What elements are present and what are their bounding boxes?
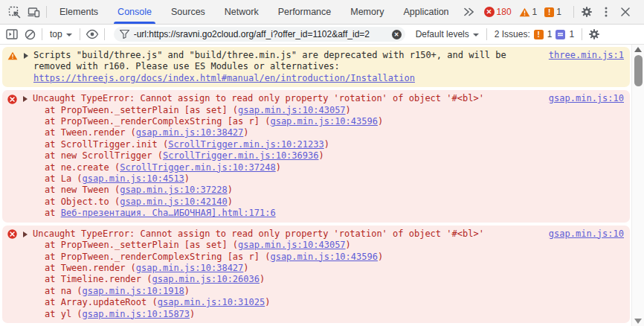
divider: [80, 28, 80, 40]
stack-frame: at Array.updateRoot (gsap.min.js:10:3102…: [33, 297, 535, 308]
stack-frame-link[interactable]: gsap.min.js:10:38427: [136, 127, 244, 138]
stack-frame: at new Tween (gsap.min.js:10:37228): [33, 185, 535, 196]
stack-frame: at Tween.render (gsap.min.js:10:38427): [33, 127, 535, 138]
expand-triangle-icon[interactable]: [23, 231, 28, 237]
tab-application[interactable]: Application: [393, 0, 458, 24]
clear-filter-icon[interactable]: ✕: [392, 30, 402, 39]
warning-icon: [7, 51, 18, 60]
console-settings-gear-icon[interactable]: [585, 25, 603, 43]
stack-frame-link[interactable]: gsap.min.js:10:4513: [83, 173, 184, 184]
stack-frame-link[interactable]: Веб-презентация. Cha…ИБОЧНАЯ].html:171:6: [61, 208, 276, 218]
console-body: Scripts "build/three.js" and "build/thre…: [0, 45, 644, 326]
tab-console[interactable]: Console: [108, 0, 161, 24]
console-scrollbar[interactable]: [631, 45, 644, 326]
source-link[interactable]: gsap.min.js:10: [549, 228, 624, 240]
error-icon: [7, 95, 17, 104]
console-filter-field[interactable]: ✕: [114, 27, 405, 42]
stack-frame-link[interactable]: ScrollTrigger.min.js:10:21233: [168, 139, 324, 150]
stack-frame-link[interactable]: gsap.min.js:10:42140: [120, 196, 228, 207]
error-icon: ✕: [484, 7, 495, 17]
error-message-text: Uncaught TypeError: Cannot assign to rea…: [33, 93, 535, 104]
expand-triangle-icon[interactable]: [24, 53, 28, 59]
stack-frame-link[interactable]: gsap.min.js:10:43596: [270, 116, 378, 127]
stack-frame: at ScrollTrigger.init (ScrollTrigger.min…: [33, 139, 535, 150]
console-toolbar: top ✕ Default levels 2 Issues: ! 1: [0, 25, 644, 45]
stack-frame: at PropTween._renderComplexString [as r]…: [33, 252, 535, 263]
source-link[interactable]: three.min.js:1: [549, 50, 624, 61]
divider: [573, 6, 574, 18]
divider: [46, 6, 47, 18]
expand-triangle-icon[interactable]: [23, 96, 28, 102]
issue-icon: !: [534, 30, 544, 39]
console-error-message: Uncaught TypeError: Cannot assign to rea…: [2, 226, 630, 323]
stack-frame: at La (gsap.min.js:10:4513): [33, 173, 535, 185]
error-message-text: Uncaught TypeError: Cannot assign to rea…: [33, 228, 535, 240]
error-count-badge[interactable]: ✕ 180: [484, 7, 512, 17]
tab-memory[interactable]: Memory: [341, 0, 393, 24]
device-toolbar-icon[interactable]: [24, 2, 43, 22]
console-error-message: Uncaught TypeError: Cannot assign to rea…: [2, 90, 630, 222]
close-icon[interactable]: [616, 2, 635, 22]
devtools-window: Elements Console Sources Network Perform…: [0, 0, 644, 326]
filter-funnel-icon: [120, 30, 129, 39]
warning-count-badge[interactable]: 1: [519, 7, 538, 17]
live-expression-eye-icon[interactable]: [83, 25, 101, 43]
status-counts: ✕ 180 1 ! 1: [484, 7, 566, 17]
stack-frame-link[interactable]: gsap.min.js:10:43596: [270, 252, 378, 262]
error-icon: [7, 229, 17, 239]
stack-frame-link[interactable]: gsap.min.js:10:15873: [83, 309, 190, 319]
message-bubble-icon: [556, 30, 565, 39]
tab-elements[interactable]: Elements: [50, 0, 108, 24]
stack-frame: at Tween.render (gsap.min.js:10:38427): [33, 263, 535, 274]
console-messages: Scripts "build/three.js" and "build/thre…: [0, 45, 631, 326]
stack-frame-link[interactable]: gsap.min.js:10:37228: [120, 185, 228, 195]
stack-frame: at Timeline.render (gsap.min.js:10:26036…: [33, 274, 535, 285]
divider: [486, 28, 487, 40]
scroll-down-icon[interactable]: [634, 319, 642, 324]
kebab-menu-icon[interactable]: [596, 2, 616, 22]
panel-tabs: Elements Console Sources Network Perform…: [50, 0, 459, 24]
stack-frame-link[interactable]: ScrollTrigger.min.js:10:37248: [120, 162, 276, 173]
console-sidebar-toggle-icon[interactable]: [3, 25, 21, 43]
stack-frame-link[interactable]: gsap.min.js:10:43057: [238, 105, 346, 115]
execution-context-selector[interactable]: top: [45, 29, 77, 39]
stack-frame: at Object.to (gsap.min.js:10:42140): [33, 196, 535, 208]
divider: [104, 28, 105, 40]
warning-icon: [519, 7, 530, 17]
stack-frame-link[interactable]: gsap.min.js:10:26036: [152, 274, 260, 284]
tab-performance[interactable]: Performance: [268, 0, 341, 24]
stack-frame-link[interactable]: gsap.min.js:10:1918: [83, 286, 184, 296]
tab-sources[interactable]: Sources: [161, 0, 215, 24]
stack-frame-link[interactable]: ScrollTrigger.min.js:10:36936: [163, 150, 319, 161]
log-levels-selector[interactable]: Default levels: [411, 29, 483, 39]
source-link[interactable]: gsap.min.js:10: [549, 93, 624, 104]
stack-frame: at PropTween._setterPlain [as set] (gsap…: [33, 240, 535, 251]
clear-console-icon[interactable]: [21, 25, 39, 43]
issues-counter[interactable]: 2 Issues: ! 1 1: [490, 29, 579, 39]
issue-icon: !: [544, 7, 554, 17]
stack-frame: at new ScrollTrigger (ScrollTrigger.min.…: [33, 150, 535, 162]
filter-input[interactable]: [134, 29, 392, 39]
inspect-element-icon[interactable]: [4, 2, 24, 22]
divider: [42, 28, 42, 40]
tab-network[interactable]: Network: [215, 0, 268, 24]
settings-gear-icon[interactable]: [577, 2, 596, 22]
warning-text: Scripts "build/three.js" and "build/thre…: [33, 50, 535, 84]
issue-count-badge[interactable]: ! 1: [544, 7, 561, 17]
scrollbar-thumb[interactable]: [634, 55, 643, 86]
warning-doc-link[interactable]: https://threejs.org/docs/index.html#manu…: [33, 73, 415, 83]
more-tabs-icon[interactable]: [459, 2, 478, 22]
devtools-tabbar: Elements Console Sources Network Perform…: [0, 0, 644, 25]
chevron-down-icon: [473, 33, 479, 36]
console-warning-message: Scripts "build/three.js" and "build/thre…: [2, 47, 630, 87]
stack-frame: at PropTween._renderComplexString [as r]…: [33, 116, 535, 127]
stack-frame-link[interactable]: gsap.min.js:10:38427: [136, 263, 244, 273]
chevron-down-icon: [66, 33, 72, 36]
stack-frame: at PropTween._setterPlain [as set] (gsap…: [33, 105, 535, 116]
stack-frame-link[interactable]: gsap.min.js:10:31025: [158, 297, 265, 307]
scroll-up-icon[interactable]: [634, 47, 642, 52]
stack-frame: at ne.create (ScrollTrigger.min.js:10:37…: [33, 162, 535, 173]
stack-frame: at Веб-презентация. Cha…ИБОЧНАЯ].html:17…: [33, 208, 535, 219]
divider: [582, 28, 582, 40]
stack-frame-link[interactable]: gsap.min.js:10:43057: [238, 240, 346, 250]
